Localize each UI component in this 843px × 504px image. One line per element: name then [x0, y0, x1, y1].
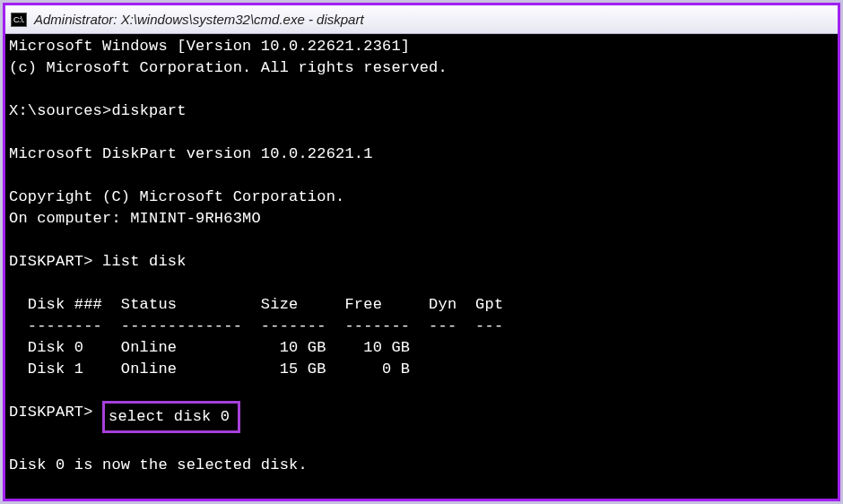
titlebar[interactable]: C:\. Administrator: X:\windows\system32\…: [5, 5, 838, 34]
diskpart-prompt-line: DISKPART> list disk: [9, 251, 834, 273]
blank-line: [9, 433, 834, 455]
highlighted-command: select disk 0: [102, 401, 240, 433]
blank-line: [9, 79, 834, 100]
diskpart-prompt: DISKPART>: [9, 253, 93, 270]
diskpart-prompt: DISKPART>: [9, 404, 93, 421]
window-title: Administrator: X:\windows\system32\cmd.e…: [34, 12, 364, 27]
result-line: Disk 0 is now the selected disk.: [9, 455, 834, 476]
cmd-icon: C:\.: [11, 13, 27, 27]
disk-table-row: Disk 1 Online 15 GB 0 B: [9, 359, 834, 380]
disk-table-row: Disk 0 Online 10 GB 10 GB: [9, 337, 834, 359]
disk-table-header: Disk ### Status Size Free Dyn Gpt: [9, 294, 834, 316]
diskpart-copyright: Copyright (C) Microsoft Corporation.: [9, 187, 834, 208]
window-frame: C:\. Administrator: X:\windows\system32\…: [3, 3, 840, 501]
blank-line: [9, 273, 834, 294]
diskpart-prompt-line: DISKPART> select disk 0: [9, 402, 834, 433]
terminal-area[interactable]: Microsoft Windows [Version 10.0.22621.23…: [5, 34, 838, 499]
blank-line: [9, 122, 834, 143]
banner-line: (c) Microsoft Corporation. All rights re…: [9, 57, 834, 79]
banner-line: Microsoft Windows [Version 10.0.22621.23…: [9, 36, 834, 57]
list-disk-command: list disk: [102, 253, 187, 270]
disk-table-divider: -------- ------------- ------- ------- -…: [9, 316, 834, 337]
prompt-line: X:\sources>diskpart: [9, 100, 834, 122]
blank-line: [9, 230, 834, 251]
diskpart-version: Microsoft DiskPart version 10.0.22621.1: [9, 143, 834, 165]
prompt-command: diskpart: [111, 102, 186, 119]
blank-line: [9, 165, 834, 187]
prompt-prefix: X:\sources>: [9, 102, 111, 119]
blank-line: [9, 380, 834, 402]
diskpart-computer: On computer: MININT-9RH63MO: [9, 208, 834, 230]
